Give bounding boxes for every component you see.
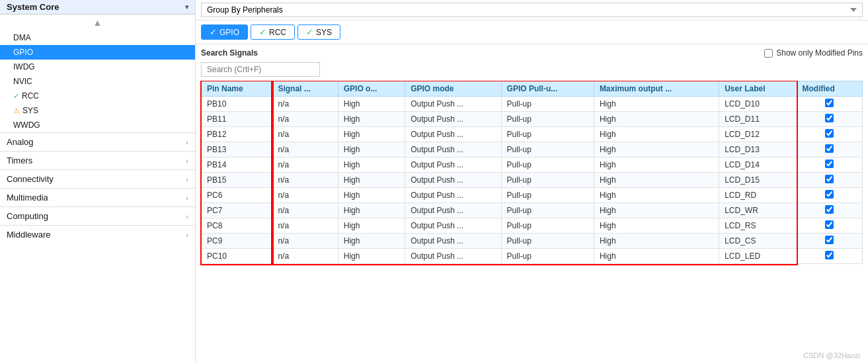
table-cell-modified[interactable] <box>797 127 862 142</box>
table-col-gpio_pull[interactable]: GPIO Pull-u... <box>501 81 594 97</box>
sidebar-section-connectivity[interactable]: Connectivity› <box>0 169 195 188</box>
search-input[interactable] <box>201 62 320 77</box>
sidebar-item-rcc[interactable]: ✓RCC <box>0 89 195 103</box>
modified-checkbox[interactable] <box>825 251 834 259</box>
modified-checkbox[interactable] <box>825 99 834 107</box>
modified-checkbox[interactable] <box>825 114 834 122</box>
modified-checkbox[interactable] <box>825 190 834 199</box>
table-cell-modified[interactable] <box>797 142 862 158</box>
sidebar-section-middleware[interactable]: Middleware› <box>0 225 195 244</box>
table-cell-user_label: LCD_CS <box>719 234 797 249</box>
table-cell-modified[interactable] <box>797 158 862 173</box>
table-cell-signal: n/a <box>272 127 338 142</box>
sidebar-up-arrow[interactable]: ▲ <box>0 15 195 30</box>
modified-checkbox[interactable] <box>825 159 834 168</box>
table-row[interactable]: PC8n/aHighOutput Push ...Pull-upHighLCD_… <box>202 218 863 234</box>
table-cell-gpio_output: High <box>338 188 405 203</box>
table-cell-modified[interactable] <box>797 218 862 234</box>
sidebar-item-dma[interactable]: DMA <box>0 30 195 45</box>
table-col-pin_name[interactable]: Pin Name <box>202 81 272 97</box>
table-cell-modified[interactable] <box>797 249 862 264</box>
table-cell-user_label: LCD_D13 <box>719 142 797 158</box>
table-cell-signal: n/a <box>272 158 338 173</box>
modified-checkbox[interactable] <box>825 175 834 183</box>
table-cell-user_label: LCD_D11 <box>719 112 797 127</box>
modified-checkbox[interactable] <box>825 236 834 244</box>
sidebar-section-computing[interactable]: Computing› <box>0 206 195 225</box>
table-cell-pin_name: PB14 <box>202 158 272 173</box>
table-row[interactable]: PC10n/aHighOutput Push ...Pull-upHighLCD… <box>202 249 863 264</box>
modified-checkbox[interactable] <box>825 220 834 229</box>
table-cell-gpio_output: High <box>338 234 405 249</box>
table-row[interactable]: PB14n/aHighOutput Push ...Pull-upHighLCD… <box>202 158 863 173</box>
sidebar-item-nvic[interactable]: NVIC <box>0 74 195 89</box>
tab-rcc-label: RCC <box>269 28 286 37</box>
sidebar-section-analog[interactable]: Analog› <box>0 132 195 151</box>
table-cell-gpio_pull: Pull-up <box>501 97 594 112</box>
table-row[interactable]: PC7n/aHighOutput Push ...Pull-upHighLCD_… <box>202 203 863 218</box>
table-col-signal[interactable]: Signal ... <box>272 81 338 97</box>
modified-checkbox[interactable] <box>825 144 834 153</box>
sidebar-section-timers[interactable]: Timers› <box>0 151 195 169</box>
table-row[interactable]: PB15n/aHighOutput Push ...Pull-upHighLCD… <box>202 173 863 188</box>
group-by-select[interactable]: Group By Peripherals <box>201 3 863 17</box>
sidebar-item-sys-icon: ⚠ <box>13 107 20 115</box>
table-row[interactable]: PB13n/aHighOutput Push ...Pull-upHighLCD… <box>202 142 863 158</box>
table-cell-gpio_pull: Pull-up <box>501 249 594 264</box>
table-cell-gpio_output: High <box>338 203 405 218</box>
sidebar-item-iwdg[interactable]: IWDG <box>0 60 195 74</box>
sidebar-item-sys[interactable]: ⚠SYS <box>0 103 195 118</box>
table-row[interactable]: PB10n/aHighOutput Push ...Pull-upHighLCD… <box>202 97 863 112</box>
sidebar-title: System Core <box>7 2 59 12</box>
table-cell-gpio_mode: Output Push ... <box>405 173 501 188</box>
table-col-gpio_mode[interactable]: GPIO mode <box>405 81 501 97</box>
tab-rcc[interactable]: ✓RCC <box>251 24 295 40</box>
table-row[interactable]: PB12n/aHighOutput Push ...Pull-upHighLCD… <box>202 127 863 142</box>
sidebar-section-multimedia-arrow-icon: › <box>186 194 188 202</box>
table-cell-modified[interactable] <box>797 173 862 188</box>
modified-checkbox[interactable] <box>825 205 834 214</box>
table-cell-max_output: High <box>594 188 719 203</box>
table-row[interactable]: PC9n/aHighOutput Push ...Pull-upHighLCD_… <box>202 234 863 249</box>
table-cell-signal: n/a <box>272 188 338 203</box>
table-cell-modified[interactable] <box>797 97 862 112</box>
table-cell-user_label: LCD_D10 <box>719 97 797 112</box>
table-cell-user_label: LCD_D15 <box>719 173 797 188</box>
table-col-gpio_output[interactable]: GPIO o... <box>338 81 405 97</box>
table-col-max_output[interactable]: Maximum output ... <box>594 81 719 97</box>
table-cell-gpio_output: High <box>338 173 405 188</box>
tab-sys[interactable]: ✓SYS <box>297 24 340 40</box>
table-cell-gpio_mode: Output Push ... <box>405 142 501 158</box>
tab-gpio[interactable]: ✓GPIO <box>201 24 248 40</box>
table-col-user_label[interactable]: User Label <box>719 81 797 97</box>
show-modified-label: Show only Modified Pins <box>776 48 863 58</box>
table-cell-signal: n/a <box>272 173 338 188</box>
search-area: Search Signals Show only Modified Pins <box>196 44 868 81</box>
table-cell-modified[interactable] <box>797 112 862 127</box>
table-col-modified[interactable]: Modified <box>797 81 862 97</box>
table-cell-user_label: LCD_LED <box>719 249 797 264</box>
sidebar-section-timers-label: Timers <box>7 156 32 165</box>
table-cell-gpio_mode: Output Push ... <box>405 158 501 173</box>
table-cell-user_label: LCD_WR <box>719 203 797 218</box>
table-row[interactable]: PC6n/aHighOutput Push ...Pull-upHighLCD_… <box>202 188 863 203</box>
sidebar-item-gpio[interactable]: GPIO <box>0 45 195 60</box>
sidebar-chevron-icon[interactable]: ▾ <box>185 3 188 11</box>
sidebar-section-multimedia-label: Multimedia <box>7 193 48 203</box>
modified-checkbox[interactable] <box>825 129 834 138</box>
tab-rcc-check-icon: ✓ <box>259 27 266 37</box>
tab-gpio-check-icon: ✓ <box>210 27 217 37</box>
table-cell-modified[interactable] <box>797 234 862 249</box>
table-cell-gpio_pull: Pull-up <box>501 203 594 218</box>
show-modified-checkbox[interactable] <box>764 49 773 58</box>
table-cell-max_output: High <box>594 158 719 173</box>
sidebar-section-analog-arrow-icon: › <box>186 138 188 146</box>
table-cell-modified[interactable] <box>797 188 862 203</box>
sidebar-item-wwdg[interactable]: WWDG <box>0 118 195 132</box>
table-cell-gpio_pull: Pull-up <box>501 158 594 173</box>
table-cell-gpio_mode: Output Push ... <box>405 203 501 218</box>
sidebar-section-multimedia[interactable]: Multimedia› <box>0 188 195 206</box>
table-cell-user_label: LCD_RD <box>719 188 797 203</box>
table-cell-modified[interactable] <box>797 203 862 218</box>
table-row[interactable]: PB11n/aHighOutput Push ...Pull-upHighLCD… <box>202 112 863 127</box>
